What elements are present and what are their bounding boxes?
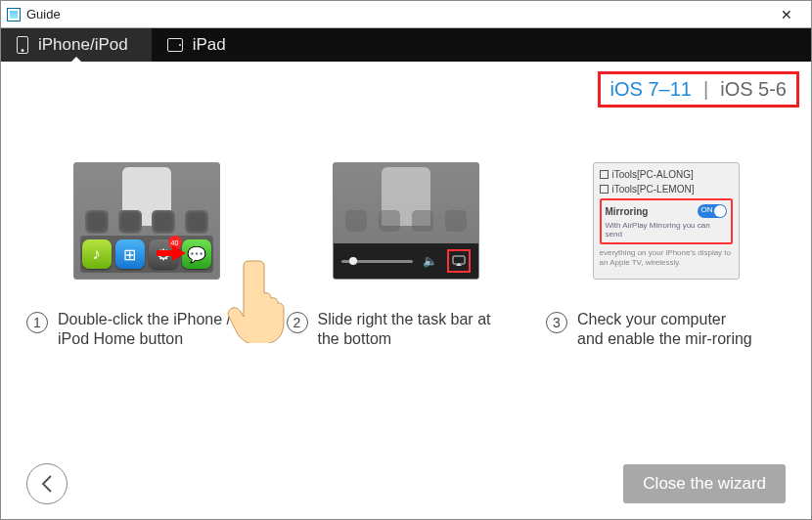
steps-row: ♪ ⊞ ⚙40 💬 1 Double-click the iPhone / iP… — [26, 138, 786, 349]
dock-app-itools: ⊞ — [115, 239, 145, 269]
mirroring-highlight: Mirroring With AirPlay Mirroring you can… — [600, 198, 733, 244]
guide-window: Guide ✕ iPhone/iPod iPad iOS 7–11 | iOS … — [0, 0, 812, 520]
content-area: iOS 7–11 | iOS 5-6 — [1, 62, 811, 449]
tab-label: iPhone/iPod — [38, 35, 128, 55]
device-tabbar: iPhone/iPod iPad — [1, 28, 811, 62]
airplay-icon — [447, 249, 471, 273]
step-3: iTools[PC-ALONG] iTools[PC-LEMON] Mirror… — [546, 138, 786, 349]
version-separator: | — [703, 78, 708, 101]
step-3-image: iTools[PC-ALONG] iTools[PC-LEMON] Mirror… — [546, 138, 786, 304]
footer: Close the wizard — [1, 449, 811, 519]
app-icon-small — [85, 210, 109, 234]
app-icon-small — [152, 210, 175, 234]
dock: ♪ ⊞ ⚙40 💬 — [80, 236, 213, 273]
step-caption: Double-click the iPhone / iPod Home butt… — [58, 310, 234, 349]
mirroring-label: Mirroring — [606, 206, 649, 217]
dock-app-qqmusic: ♪ — [82, 239, 112, 269]
step-number: 1 — [26, 312, 48, 333]
step-1: ♪ ⊞ ⚙40 💬 1 Double-click the iPhone / iP… — [26, 138, 266, 349]
tab-label: iPad — [193, 35, 226, 55]
close-wizard-button[interactable]: Close the wizard — [623, 464, 786, 503]
window-title: Guide — [26, 7, 61, 22]
window-close-button[interactable]: ✕ — [768, 4, 805, 25]
ios-7-11-link[interactable]: iOS 7–11 — [610, 78, 692, 101]
checkbox-icon — [600, 170, 609, 179]
step-caption: Check your computer and enable the mir-r… — [577, 310, 753, 349]
mirroring-toggle-on — [698, 204, 727, 218]
swipe-arrow-icon — [172, 245, 186, 261]
volume-icon: 🔈 — [423, 254, 437, 268]
control-bar: 🔈 — [334, 243, 478, 279]
app-icon — [7, 8, 21, 22]
ipad-icon — [167, 38, 183, 52]
chevron-left-icon — [40, 475, 54, 493]
app-icon-small — [118, 210, 142, 234]
ios-version-selector: iOS 7–11 | iOS 5-6 — [598, 71, 799, 108]
airplay-panel-mock: iTools[PC-ALONG] iTools[PC-LEMON] Mirror… — [593, 162, 740, 280]
tab-ipad[interactable]: iPad — [152, 28, 249, 62]
brightness-slider — [341, 260, 413, 263]
app-icon-small — [185, 210, 208, 234]
back-button[interactable] — [26, 463, 68, 504]
pointing-hand-icon — [227, 255, 295, 343]
step-2: 🔈 2 Slide right the task bar at the bott… — [287, 138, 526, 349]
step-1-image: ♪ ⊞ ⚙40 💬 — [26, 138, 266, 304]
titlebar: Guide ✕ — [1, 1, 811, 28]
dock-app-wechat: 💬 — [182, 239, 211, 269]
iphone-icon — [17, 36, 28, 54]
step-2-image: 🔈 — [287, 138, 526, 304]
device-name: iTools[PC-ALONG] — [612, 169, 694, 180]
step-number: 3 — [546, 312, 567, 333]
tab-iphone-ipod[interactable]: iPhone/iPod — [1, 28, 152, 62]
iphone-taskbar-mock: 🔈 — [333, 162, 479, 280]
ios-5-6-link[interactable]: iOS 5-6 — [720, 78, 787, 101]
panel-footer-text: everything on your iPhone's display to a… — [600, 248, 733, 267]
checkbox-icon — [600, 185, 609, 194]
mirroring-hint: With AirPlay Mirroring you can send — [606, 221, 727, 238]
step-caption: Slide right the task bar at the bottom — [318, 310, 494, 349]
device-name: iTools[PC-LEMON] — [612, 184, 695, 195]
svg-rect-0 — [453, 256, 465, 264]
iphone-homescreen-mock: ♪ ⊞ ⚙40 💬 — [73, 162, 220, 280]
